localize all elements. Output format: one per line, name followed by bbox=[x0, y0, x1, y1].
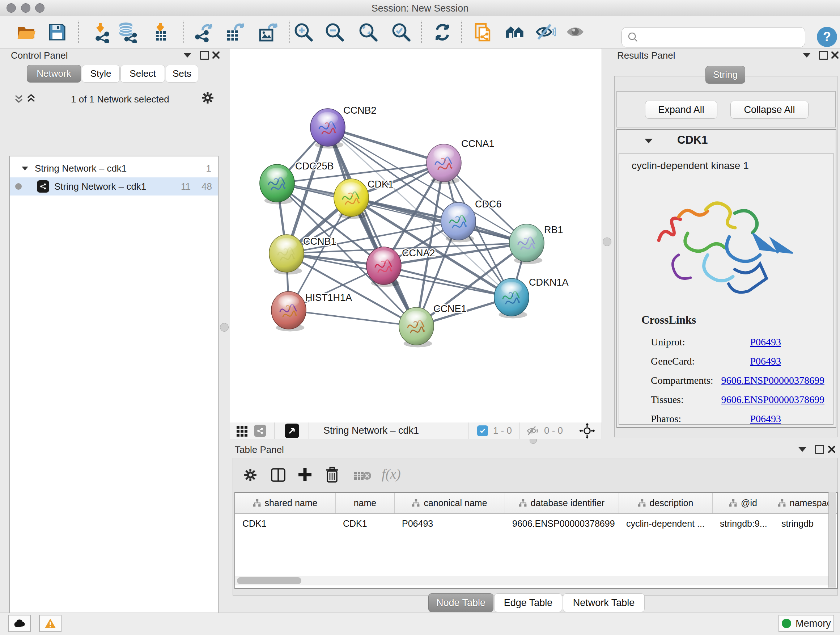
show-columns-icon[interactable] bbox=[270, 467, 286, 483]
network-node[interactable] bbox=[334, 179, 369, 219]
tab-select[interactable]: Select bbox=[120, 65, 165, 82]
tab-style[interactable]: Style bbox=[82, 65, 120, 82]
import-table-icon[interactable] bbox=[150, 21, 172, 44]
network-node-count: 11 bbox=[181, 181, 191, 192]
collection-expand-icon[interactable] bbox=[22, 166, 28, 170]
import-network-database-icon[interactable] bbox=[117, 21, 139, 44]
close-panel-icon[interactable] bbox=[831, 51, 839, 59]
memory-button[interactable]: Memory bbox=[778, 615, 834, 632]
network-node[interactable] bbox=[260, 165, 294, 204]
tab-string[interactable]: String bbox=[706, 66, 745, 84]
column-header-canonical-name[interactable]: canonical name bbox=[395, 493, 505, 513]
network-node-label: CCNA1 bbox=[461, 138, 494, 149]
birds-eye-view-icon[interactable] bbox=[285, 424, 299, 438]
maximize-panel-icon[interactable] bbox=[200, 51, 209, 60]
zoom-selected-icon[interactable] bbox=[390, 21, 412, 44]
table-header-row: shared namenamecanonical namedatabase id… bbox=[235, 493, 837, 514]
network-node[interactable] bbox=[310, 109, 345, 149]
crosslink-value-link[interactable]: 9606.ENSP00000378699 bbox=[722, 394, 824, 405]
network-node[interactable] bbox=[426, 144, 461, 184]
crosslink-value-link[interactable]: P06493 bbox=[750, 336, 781, 348]
network-node[interactable] bbox=[269, 234, 304, 274]
node-table: shared namenamecanonical namedatabase id… bbox=[234, 492, 838, 589]
gene-collapse-icon[interactable] bbox=[645, 139, 653, 143]
network-thumbnail-icon[interactable] bbox=[254, 424, 266, 437]
expand-all-icon[interactable] bbox=[26, 93, 36, 104]
import-network-file-icon[interactable] bbox=[90, 21, 112, 44]
first-neighbors-icon[interactable] bbox=[504, 21, 526, 44]
crosslink-row: Pharos:P06493 bbox=[651, 409, 824, 428]
crosslink-value-link[interactable]: P06493 bbox=[750, 356, 781, 367]
table-cell: stringdb bbox=[774, 514, 836, 533]
toolbar-search-input[interactable] bbox=[622, 27, 805, 48]
hide-selected-icon[interactable] bbox=[534, 21, 556, 44]
close-panel-icon[interactable] bbox=[212, 51, 220, 59]
create-column-plus-icon[interactable] bbox=[297, 467, 313, 483]
zoom-in-icon[interactable] bbox=[293, 21, 314, 44]
warnings-button[interactable] bbox=[39, 615, 62, 632]
export-image-icon[interactable] bbox=[256, 21, 278, 44]
column-header--id[interactable]: @id bbox=[713, 493, 774, 513]
grid-view-icon[interactable] bbox=[236, 424, 249, 437]
network-node[interactable] bbox=[271, 291, 306, 331]
selected-checkbox-icon[interactable] bbox=[477, 425, 488, 436]
close-panel-icon[interactable] bbox=[827, 445, 836, 454]
network-edge[interactable] bbox=[289, 310, 416, 326]
float-panel-icon[interactable] bbox=[183, 53, 191, 57]
column-type-icon bbox=[638, 499, 646, 507]
tab-network[interactable]: Network bbox=[27, 65, 81, 82]
table-vscrollbar[interactable] bbox=[829, 492, 836, 587]
expand-all-button[interactable]: Expand All bbox=[645, 101, 717, 119]
right-splitter-handle[interactable] bbox=[603, 238, 611, 246]
collapse-all-icon[interactable] bbox=[14, 93, 24, 104]
float-panel-icon[interactable] bbox=[803, 53, 811, 57]
crosslink-value-link[interactable]: 9606.ENSP00000378699 bbox=[722, 375, 824, 386]
network-node[interactable] bbox=[509, 224, 544, 264]
search-icon bbox=[627, 31, 639, 43]
network-edge[interactable] bbox=[328, 127, 444, 163]
open-session-icon[interactable] bbox=[15, 21, 37, 44]
network-node[interactable] bbox=[494, 279, 529, 318]
network-canvas[interactable]: CCNB2CCNA1CDC25BCDK1CDC6RB1CCNB1CCNA2CDK… bbox=[230, 48, 602, 423]
maximize-panel-icon[interactable] bbox=[819, 51, 828, 60]
network-node[interactable] bbox=[399, 307, 434, 347]
tab-network-table[interactable]: Network Table bbox=[563, 593, 645, 612]
column-header-database-identifier[interactable]: database identifier bbox=[505, 493, 619, 513]
save-session-icon[interactable] bbox=[46, 21, 68, 44]
tab-edge-table[interactable]: Edge Table bbox=[494, 593, 562, 612]
cloud-status-button[interactable] bbox=[8, 615, 31, 632]
tab-node-table[interactable]: Node Table bbox=[428, 593, 493, 612]
column-header-namespac[interactable]: namespac bbox=[774, 493, 836, 513]
hscrollbar-thumb[interactable] bbox=[237, 577, 302, 584]
zoom-fit-icon[interactable] bbox=[357, 21, 379, 44]
network-collection-row[interactable]: String Network – cdk1 1 bbox=[10, 159, 218, 177]
float-panel-icon[interactable] bbox=[798, 447, 806, 452]
delete-column-trash-icon[interactable] bbox=[325, 467, 340, 483]
refresh-layout-icon[interactable] bbox=[431, 21, 453, 44]
table-row[interactable]: CDK1CDK1P064939606.ENSP00000378699cyclin… bbox=[235, 514, 837, 533]
toolbar-separator bbox=[78, 21, 79, 43]
fit-content-crosshair-icon[interactable] bbox=[578, 423, 596, 439]
zoom-out-icon[interactable] bbox=[324, 21, 346, 44]
duplicate-network-icon[interactable] bbox=[471, 21, 493, 44]
table-panel-title: Table Panel bbox=[235, 444, 284, 455]
show-all-icon[interactable] bbox=[564, 21, 586, 44]
column-header-shared-name[interactable]: shared name bbox=[235, 493, 336, 513]
column-header-name[interactable]: name bbox=[336, 493, 395, 513]
table-cell: 9606.ENSP00000378699 bbox=[505, 514, 619, 533]
network-view-footer: String Network – cdk1 1 - 0 0 - 0 bbox=[230, 423, 602, 439]
network-options-gear-icon[interactable] bbox=[201, 91, 214, 104]
help-button[interactable]: ? bbox=[817, 27, 837, 47]
column-header-description[interactable]: description bbox=[619, 493, 713, 513]
maximize-panel-icon[interactable] bbox=[815, 445, 824, 454]
collapse-all-button[interactable]: Collapse All bbox=[730, 101, 808, 119]
crosslink-row: Uniprot:P06493 bbox=[651, 333, 824, 352]
crosslink-value-link[interactable]: P06493 bbox=[750, 413, 781, 424]
table-hscrollbar[interactable] bbox=[235, 576, 829, 585]
export-network-icon[interactable] bbox=[192, 21, 214, 44]
tab-sets[interactable]: Sets bbox=[166, 65, 198, 82]
table-gear-icon[interactable] bbox=[243, 468, 257, 482]
left-splitter-handle[interactable] bbox=[220, 323, 229, 332]
network-row-selected[interactable]: String Network – cdk1 11 48 bbox=[10, 177, 218, 195]
export-table-icon[interactable] bbox=[223, 21, 245, 44]
